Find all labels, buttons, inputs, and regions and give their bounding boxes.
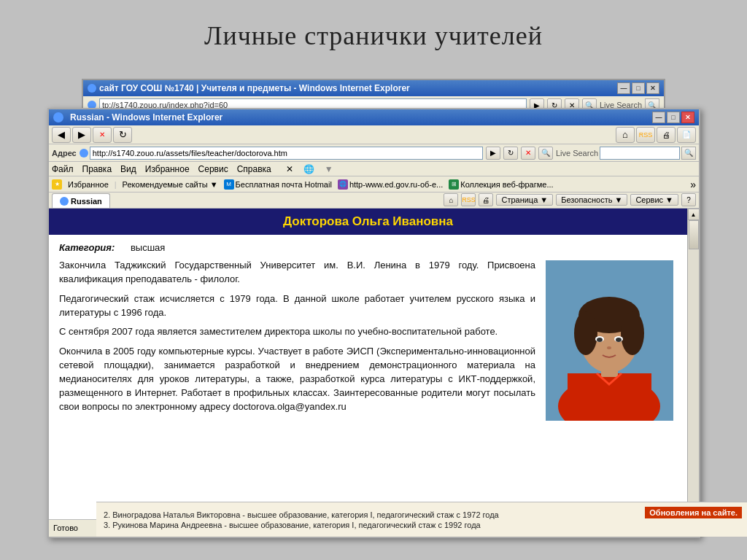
back-icon: ◀	[58, 129, 65, 140]
favorites-star-icon: ★	[52, 179, 62, 190]
toolbar-page-btn[interactable]: Страница ▼	[496, 194, 553, 206]
menu-help[interactable]: Справка	[237, 164, 271, 174]
outer-minimize-btn[interactable]: —	[617, 82, 630, 94]
profile-header: Докторова Ольга Ивановна	[49, 209, 687, 235]
address-input[interactable]	[90, 147, 483, 160]
content-scroll: Докторова Ольга Ивановна Категория: высш…	[49, 209, 687, 519]
menu-edit[interactable]: Правка	[82, 164, 112, 174]
menu-favorites[interactable]: Избранное	[145, 164, 190, 174]
print-btn[interactable]: 🖨	[657, 127, 676, 143]
tab-icon	[60, 197, 69, 206]
forward-btn[interactable]: ▶	[72, 127, 91, 143]
live-search-area: Live Search 🔍	[556, 147, 696, 160]
content-area: Докторова Ольга Ивановна Категория: высш…	[49, 209, 699, 519]
rss-btn[interactable]: RSS	[636, 127, 655, 143]
svg-point-6	[574, 311, 597, 355]
inner-browser-title: Russian - Windows Internet Explorer	[70, 112, 222, 122]
outer-browser-title: сайт ГОУ СОШ №1740 | Учителя и предметы …	[99, 83, 410, 93]
menu-view[interactable]: Вид	[120, 164, 136, 174]
address-bar: Адрес ▶ ↻ ✕ 🔍 Live Search 🔍	[49, 144, 699, 162]
toolbar-print-btn[interactable]: 🖨	[479, 193, 493, 206]
refresh-btn[interactable]: ↻	[113, 127, 132, 143]
inner-titlebar: Russian - Windows Internet Explorer — □ …	[49, 109, 699, 125]
category-value: высшая	[131, 242, 165, 253]
inner-browser-window: Russian - Windows Internet Explorer — □ …	[47, 108, 700, 538]
svg-rect-2	[568, 373, 651, 421]
favorites-expand-btn[interactable]: »	[690, 179, 696, 190]
toolbar-help-btn[interactable]: ?	[681, 193, 696, 206]
stop-icon: ✕	[99, 131, 105, 139]
stop-btn[interactable]: ✕	[93, 127, 112, 143]
maximize-btn[interactable]: □	[667, 112, 680, 123]
ticker-update-label[interactable]: Обновления на сайте.	[645, 507, 742, 518]
profile-category: Категория: высшая	[59, 242, 535, 253]
outer-maximize-btn[interactable]: □	[632, 82, 645, 94]
home-icon: ⌂	[622, 129, 628, 140]
svg-point-12	[607, 346, 611, 349]
scroll-track	[688, 220, 699, 508]
back-btn[interactable]: ◀	[52, 127, 71, 143]
address-stop-btn[interactable]: ✕	[521, 147, 535, 160]
address-search-btn[interactable]: 🔍	[538, 147, 553, 160]
teacher-photo	[546, 260, 673, 421]
ticker-item-2: 3. Рукинова Марина Андреевна - высшее об…	[96, 520, 747, 530]
profile-para-4: Окончила в 2005 году компьютерные курсы.…	[59, 345, 535, 413]
toolbar-home-btn[interactable]: ⌂	[444, 193, 458, 206]
fav-webfrag[interactable]: ⊞ Коллекция веб-фрагме...	[449, 179, 553, 190]
fav-hotmail-icon: M	[224, 179, 234, 190]
profile-text: Категория: высшая Закончила Таджикский Г…	[59, 242, 535, 421]
profile-photo	[546, 260, 677, 421]
menu-file[interactable]: Файл	[52, 164, 74, 174]
page-btn[interactable]: 📄	[677, 127, 696, 143]
tab-bar: Russian ⌂ RSS 🖨 Страница ▼ Безопасность …	[49, 192, 699, 209]
profile-para-1: Закончила Таджикский Государственный Уни…	[59, 259, 535, 287]
outer-titlebar: сайт ГОУ СОШ №1740 | Учителя и предметы …	[83, 80, 664, 96]
outer-browser-icon	[88, 84, 96, 93]
address-refresh-btn[interactable]: ↻	[503, 147, 518, 160]
menu-bar: Файл Правка Вид Избранное Сервис Справка…	[49, 162, 699, 176]
toolbar-rss-btn[interactable]: RSS	[461, 193, 476, 206]
category-label: Категория:	[59, 242, 115, 253]
live-search-input[interactable]	[600, 147, 680, 160]
fav-hotmail[interactable]: M Бесплатная почта Hotmail	[224, 179, 332, 190]
nav-toolbar: ◀ ▶ ✕ ↻ ⌂ RSS 🖨 📄	[49, 125, 699, 144]
forward-icon: ▶	[78, 129, 85, 140]
profile-body: Категория: высшая Закончила Таджикский Г…	[49, 235, 687, 428]
fav-ed-gov[interactable]: 🌐 http-www.ed.gov.ru-об-е...	[338, 179, 443, 190]
toolbar-security-btn[interactable]: Безопасность ▼	[556, 194, 627, 206]
address-go-btn[interactable]: ▶	[486, 147, 500, 160]
svg-point-7	[621, 311, 644, 355]
tab-russian[interactable]: Russian	[52, 193, 110, 208]
toolbar-service-btn[interactable]: Сервис ▼	[630, 194, 678, 206]
home-btn[interactable]: ⌂	[616, 127, 635, 143]
scroll-thumb[interactable]	[689, 220, 699, 249]
minimize-btn[interactable]: —	[652, 112, 665, 123]
menu-tools[interactable]: Сервис	[198, 164, 228, 174]
page-title: Личные странички учителей	[0, 7, 747, 60]
rss-icon: RSS	[639, 131, 653, 139]
outer-close-btn[interactable]: ✕	[646, 82, 659, 94]
live-search-go-btn[interactable]: 🔍	[681, 147, 696, 160]
print-icon: 🖨	[662, 131, 670, 139]
close-btn[interactable]: ✕	[681, 112, 694, 123]
profile-para-2: Педагогический стаж исчисляется с 1979 г…	[59, 292, 535, 320]
svg-point-11	[616, 338, 622, 342]
favorites-label[interactable]: Избранное	[68, 180, 109, 189]
teacher-name: Докторова Ольга Ивановна	[283, 214, 453, 228]
scrollbar: ▲ ▼	[687, 209, 699, 519]
profile-para-3: С сентября 2007 года является заместител…	[59, 325, 535, 339]
svg-point-10	[597, 338, 603, 342]
refresh-icon: ↻	[119, 129, 127, 140]
fav-webfrag-icon: ⊞	[449, 179, 459, 190]
address-label: Адрес	[52, 149, 77, 158]
window-controls: — □ ✕	[652, 112, 694, 123]
address-globe-icon	[80, 149, 88, 158]
fav-recommended[interactable]: Рекомендуемые сайты ▼	[123, 180, 218, 189]
scroll-up-btn[interactable]: ▲	[688, 209, 700, 220]
live-search-label: Live Search	[556, 149, 598, 158]
tab-label: Russian	[71, 197, 102, 206]
favorites-bar: ★ Избранное | Рекомендуемые сайты ▼ M Бе…	[49, 176, 699, 192]
inner-browser-icon	[53, 112, 63, 122]
teacher-portrait-svg	[546, 260, 673, 421]
fav-ed-gov-icon: 🌐	[338, 179, 348, 190]
